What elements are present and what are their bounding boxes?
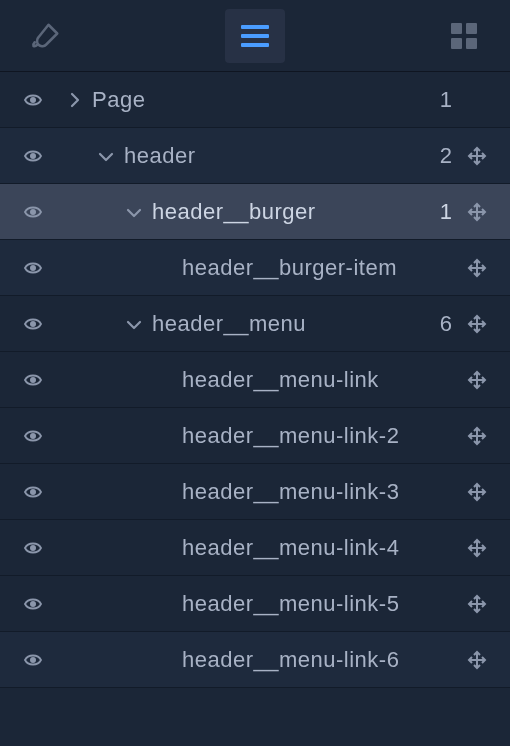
move-icon: [467, 202, 487, 222]
child-count: 1: [432, 199, 452, 225]
eye-icon: [22, 371, 44, 389]
drag-handle[interactable]: [462, 202, 492, 222]
layer-row-ml2[interactable]: header__menu-link-2: [0, 408, 510, 464]
visibility-toggle[interactable]: [18, 595, 48, 613]
layer-row-burger[interactable]: header__burger1: [0, 184, 510, 240]
move-icon: [467, 594, 487, 614]
svg-rect-5: [451, 38, 462, 49]
move-icon: [467, 314, 487, 334]
move-icon: [467, 650, 487, 670]
eye-icon: [22, 91, 44, 109]
visibility-toggle[interactable]: [18, 203, 48, 221]
layer-name: header__menu-link-2: [182, 423, 422, 449]
drag-handle[interactable]: [462, 258, 492, 278]
chevron-right-icon: [68, 92, 82, 108]
svg-rect-1: [241, 34, 269, 38]
expand-toggle[interactable]: [126, 205, 142, 219]
layer-row-ml1[interactable]: header__menu-link: [0, 352, 510, 408]
layer-name: header__menu-link-4: [182, 535, 422, 561]
eye-icon: [22, 483, 44, 501]
layer-row-ml4[interactable]: header__menu-link-4: [0, 520, 510, 576]
layer-row-bitem[interactable]: header__burger-item: [0, 240, 510, 296]
eye-icon: [22, 147, 44, 165]
layer-row-page[interactable]: Page1: [0, 72, 510, 128]
move-icon: [467, 482, 487, 502]
child-count: 6: [432, 311, 452, 337]
eye-icon: [22, 651, 44, 669]
drag-handle[interactable]: [462, 594, 492, 614]
layer-row-menu[interactable]: header__menu6: [0, 296, 510, 352]
move-icon: [467, 258, 487, 278]
grid-tab[interactable]: [440, 12, 488, 60]
brush-tab[interactable]: [22, 12, 70, 60]
eye-icon: [22, 427, 44, 445]
eye-icon: [22, 315, 44, 333]
visibility-toggle[interactable]: [18, 651, 48, 669]
eye-icon: [22, 539, 44, 557]
layer-name: header__menu-link-6: [182, 647, 422, 673]
layer-row-header[interactable]: header2: [0, 128, 510, 184]
layer-name: header__burger: [152, 199, 422, 225]
layer-row-ml5[interactable]: header__menu-link-5: [0, 576, 510, 632]
drag-handle[interactable]: [462, 482, 492, 502]
toolbar: [0, 0, 510, 72]
drag-handle[interactable]: [462, 426, 492, 446]
visibility-toggle[interactable]: [18, 427, 48, 445]
grid-icon: [449, 21, 479, 51]
visibility-toggle[interactable]: [18, 539, 48, 557]
layer-name: Page: [92, 87, 422, 113]
svg-rect-2: [241, 43, 269, 47]
visibility-toggle[interactable]: [18, 147, 48, 165]
expand-toggle[interactable]: [98, 149, 114, 163]
visibility-toggle[interactable]: [18, 483, 48, 501]
layer-name: header__menu-link: [182, 367, 422, 393]
expand-toggle[interactable]: [126, 317, 142, 331]
layer-name: header__menu-link-5: [182, 591, 422, 617]
drag-handle[interactable]: [462, 650, 492, 670]
svg-rect-0: [241, 25, 269, 29]
layer-tree: Page1header2header__burger1header__burge…: [0, 72, 510, 688]
svg-rect-3: [451, 23, 462, 34]
eye-icon: [22, 259, 44, 277]
visibility-toggle[interactable]: [18, 371, 48, 389]
drag-handle[interactable]: [462, 538, 492, 558]
child-count: 1: [432, 87, 452, 113]
svg-rect-4: [466, 23, 477, 34]
expand-toggle[interactable]: [68, 92, 82, 108]
visibility-toggle[interactable]: [18, 259, 48, 277]
drag-handle[interactable]: [462, 314, 492, 334]
list-icon: [239, 23, 271, 49]
layer-row-ml6[interactable]: header__menu-link-6: [0, 632, 510, 688]
move-icon: [467, 146, 487, 166]
layer-name: header__menu-link-3: [182, 479, 422, 505]
move-icon: [467, 538, 487, 558]
layer-name: header__menu: [152, 311, 422, 337]
chevron-down-icon: [98, 149, 114, 163]
list-tab[interactable]: [225, 9, 285, 63]
layer-row-ml3[interactable]: header__menu-link-3: [0, 464, 510, 520]
layer-name: header__burger-item: [182, 255, 422, 281]
eye-icon: [22, 595, 44, 613]
layer-name: header: [124, 143, 422, 169]
drag-handle[interactable]: [462, 370, 492, 390]
visibility-toggle[interactable]: [18, 91, 48, 109]
svg-rect-6: [466, 38, 477, 49]
child-count: 2: [432, 143, 452, 169]
visibility-toggle[interactable]: [18, 315, 48, 333]
chevron-down-icon: [126, 205, 142, 219]
drag-handle[interactable]: [462, 146, 492, 166]
brush-icon: [31, 21, 61, 51]
eye-icon: [22, 203, 44, 221]
move-icon: [467, 370, 487, 390]
chevron-down-icon: [126, 317, 142, 331]
move-icon: [467, 426, 487, 446]
